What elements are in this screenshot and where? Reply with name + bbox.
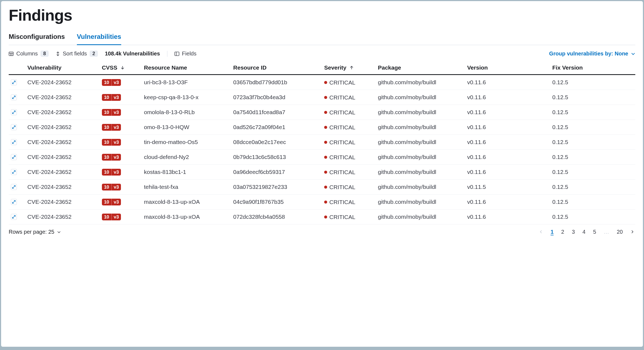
fields-icon	[174, 51, 179, 56]
cell-package: github.com/moby/buildl	[376, 165, 465, 180]
columns-count-badge: 8	[40, 51, 49, 57]
column-expand	[9, 62, 25, 75]
expand-row-button[interactable]	[11, 94, 17, 100]
cell-resource-name: maxcold-8-13-up-xOA	[142, 210, 231, 224]
severity-dot-icon	[324, 111, 327, 114]
cell-version: v0.11.6	[465, 90, 550, 105]
page-title: Findings	[9, 6, 635, 24]
expand-row-button[interactable]	[11, 169, 17, 175]
cell-package: github.com/moby/buildl	[376, 105, 465, 120]
cell-version: v0.11.6	[465, 105, 550, 120]
prev-page-button[interactable]	[538, 228, 544, 236]
cell-resource-id: 0ad526c72a09f04e1	[231, 120, 322, 135]
chevron-down-icon	[57, 230, 61, 234]
table-header-row: Vulnerability CVSS Resource Name Resourc…	[9, 62, 635, 75]
cell-vulnerability: CVE-2024-23652	[25, 210, 100, 224]
table-row[interactable]: CVE-2024-2365210v3keep-csp-qa-8-13-0-x07…	[9, 90, 635, 105]
total-count: 108.4k Vulnerabilities	[105, 51, 160, 57]
cell-package: github.com/moby/buildl	[376, 195, 465, 210]
cell-package: github.com/moby/buildl	[376, 210, 465, 224]
cell-cvss: 10v3	[100, 105, 142, 120]
cell-fix-version: 0.12.5	[550, 135, 635, 150]
cell-severity: CRITICAL	[322, 90, 376, 105]
cell-fix-version: 0.12.5	[550, 210, 635, 224]
cvss-badge: 10v3	[102, 139, 121, 146]
cell-severity: CRITICAL	[322, 105, 376, 120]
column-vulnerability[interactable]: Vulnerability	[25, 62, 100, 75]
column-version[interactable]: Version	[465, 62, 550, 75]
page-button[interactable]: 4	[582, 228, 587, 236]
expand-row-button[interactable]	[11, 184, 17, 190]
column-severity[interactable]: Severity	[322, 62, 376, 75]
cell-fix-version: 0.12.5	[550, 75, 635, 90]
cvss-badge: 10v3	[102, 109, 121, 116]
sort-button[interactable]: Sort fields 2	[56, 51, 98, 57]
table-row[interactable]: CVE-2024-2365210v3kostas-813bc1-10a96dee…	[9, 165, 635, 180]
table-row[interactable]: CVE-2024-2365210v3uri-bc3-8-13-O3F03657b…	[9, 75, 635, 90]
chevron-down-icon	[631, 52, 635, 56]
cell-vulnerability: CVE-2024-23652	[25, 75, 100, 90]
table-row[interactable]: CVE-2024-2365210v3omolola-8-13-0-RLb0a75…	[9, 105, 635, 120]
expand-row-button[interactable]	[11, 109, 17, 115]
tab-vulnerabilities[interactable]: Vulnerabilities	[77, 31, 121, 45]
cell-resource-id: 03a0753219827e233	[231, 180, 322, 195]
cell-vulnerability: CVE-2024-23652	[25, 105, 100, 120]
expand-row-button[interactable]	[11, 79, 17, 85]
groupby-button[interactable]: Group vulnerabilities by: None	[549, 51, 635, 57]
column-fix-version[interactable]: Fix Version	[550, 62, 635, 75]
cell-resource-id: 0723a3f7bc0b4ea3d	[231, 90, 322, 105]
expand-row-button[interactable]	[11, 214, 17, 220]
columns-icon	[9, 51, 14, 56]
column-package[interactable]: Package	[376, 62, 465, 75]
page-button[interactable]: 20	[616, 228, 624, 236]
groupby-label: Group vulnerabilities by: None	[549, 51, 628, 57]
page-button[interactable]: 3	[571, 228, 576, 236]
cell-vulnerability: CVE-2024-23652	[25, 150, 100, 165]
table-row[interactable]: CVE-2024-2365210v3tehila-test-fxa03a0753…	[9, 180, 635, 195]
cell-cvss: 10v3	[100, 165, 142, 180]
cell-cvss: 10v3	[100, 120, 142, 135]
expand-row-button[interactable]	[11, 199, 17, 205]
tab-misconfigurations[interactable]: Misconfigurations	[9, 31, 65, 45]
table-row[interactable]: CVE-2024-2365210v3maxcold-8-13-up-xOA072…	[9, 210, 635, 224]
page-button[interactable]: 2	[560, 228, 565, 236]
fields-button[interactable]: Fields	[174, 51, 196, 57]
cell-vulnerability: CVE-2024-23652	[25, 195, 100, 210]
cell-severity: CRITICAL	[322, 180, 376, 195]
sort-icon	[56, 51, 60, 56]
page-ellipsis: …	[603, 228, 610, 236]
sort-desc-icon	[121, 64, 124, 71]
table-row[interactable]: CVE-2024-2365210v3tin-demo-matteo-Os508d…	[9, 135, 635, 150]
expand-row-button[interactable]	[11, 124, 17, 130]
column-resource-name[interactable]: Resource Name	[142, 62, 231, 75]
cell-package: github.com/moby/buildl	[376, 135, 465, 150]
cvss-badge: 10v3	[102, 214, 121, 220]
rows-per-page[interactable]: Rows per page: 25	[9, 229, 61, 235]
expand-row-button[interactable]	[11, 154, 17, 160]
cell-package: github.com/moby/buildl	[376, 150, 465, 165]
cell-severity: CRITICAL	[322, 165, 376, 180]
cell-version: v0.11.6	[465, 135, 550, 150]
cell-fix-version: 0.12.5	[550, 105, 635, 120]
cvss-badge: 10v3	[102, 184, 121, 190]
columns-button[interactable]: Columns 8	[9, 51, 49, 57]
cell-fix-version: 0.12.5	[550, 90, 635, 105]
page-button[interactable]: 1	[549, 228, 555, 236]
expand-row-button[interactable]	[11, 139, 17, 145]
cell-resource-id: 072dc328fcb4a0558	[231, 210, 322, 224]
table-row[interactable]: CVE-2024-2365210v3cloud-defend-Ny20b79dc…	[9, 150, 635, 165]
cell-resource-id: 03657bdbd779dd01b	[231, 75, 322, 90]
cell-resource-name: kostas-813bc1-1	[142, 165, 231, 180]
cell-vulnerability: CVE-2024-23652	[25, 120, 100, 135]
page-button[interactable]: 5	[592, 228, 597, 236]
cell-cvss: 10v3	[100, 75, 142, 90]
table-row[interactable]: CVE-2024-2365210v3maxcold-8-13-up-xOA04c…	[9, 195, 635, 210]
cell-fix-version: 0.12.5	[550, 195, 635, 210]
next-page-button[interactable]	[629, 228, 635, 236]
column-cvss[interactable]: CVSS	[100, 62, 142, 75]
table-row[interactable]: CVE-2024-2365210v3omo-8-13-0-HQW0ad526c7…	[9, 120, 635, 135]
cell-package: github.com/moby/buildl	[376, 90, 465, 105]
fields-label: Fields	[182, 51, 196, 57]
cell-version: v0.11.5	[465, 180, 550, 195]
column-resource-id[interactable]: Resource ID	[231, 62, 322, 75]
